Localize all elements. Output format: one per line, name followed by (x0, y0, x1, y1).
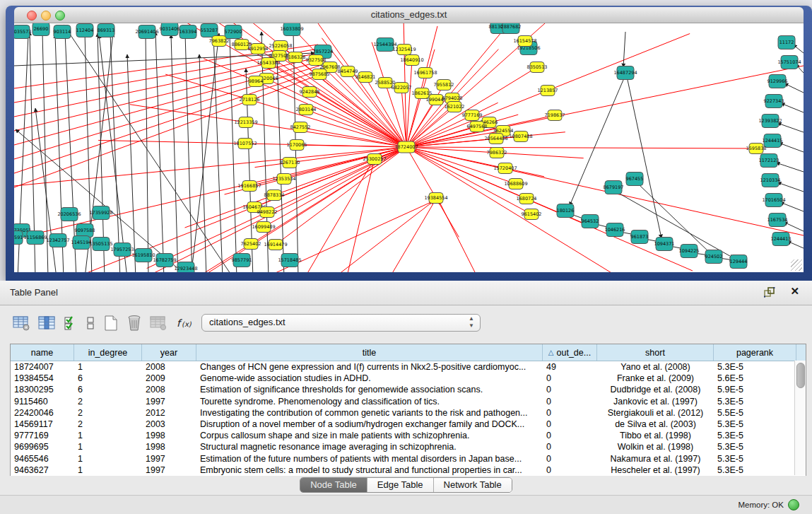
graph-node[interactable]: 1172123 (759, 154, 779, 168)
graph-node[interactable]: 7625402 (241, 239, 261, 250)
table-cell[interactable]: Stergiakouli et al. (2012) (597, 407, 714, 419)
graph-node[interactable]: 16782759 (153, 254, 176, 267)
graph-node[interactable]: 129444 (730, 255, 748, 269)
delete-column-icon[interactable] (126, 315, 142, 332)
table-cell[interactable]: Changes of HCN gene expression and I(f) … (196, 361, 543, 373)
graph-node[interactable]: 961873 (631, 230, 649, 244)
table-cell[interactable]: 5.3E-5 (714, 441, 796, 452)
table-cell[interactable]: 0 (543, 396, 597, 407)
graph-node[interactable]: 8267130 (280, 158, 300, 168)
table-cell[interactable]: 0 (543, 384, 597, 395)
table-cell[interactable]: Tourette syndrome. Phenomenology and cla… (196, 396, 543, 407)
graph-node[interactable]: 17957253 (110, 243, 134, 257)
table-cell[interactable]: Nakamura et al. (1997) (597, 453, 714, 465)
graph-node[interactable]: 9227343 (764, 95, 784, 108)
graph-node[interactable]: 9615402 (522, 209, 542, 220)
network-view-window[interactable]: citations_edges.txt 20355732669090311411… (6, 6, 812, 281)
window-titlebar[interactable]: citations_edges.txt (14, 7, 804, 23)
table-cell[interactable]: Genome-wide association studies in ADHD. (196, 373, 543, 384)
table-cell[interactable]: Franke et al. (2009) (597, 373, 714, 384)
table-cell[interactable]: 0 (543, 430, 597, 441)
table-cell[interactable]: 22420046 (11, 407, 74, 419)
graph-node[interactable]: 26690 (33, 23, 49, 36)
table-cell[interactable]: 0 (543, 419, 597, 430)
table-cell[interactable]: de Silva et al. (2003) (597, 419, 714, 430)
table-row[interactable]: 1938455462009Genome-wide association stu… (11, 373, 806, 384)
table-cell[interactable]: Estimation of significance thresholds fo… (196, 384, 543, 395)
graph-node[interactable]: 8679197 (604, 181, 624, 194)
column-header-name[interactable]: name (11, 344, 74, 361)
graph-node[interactable]: 8186328 (286, 52, 306, 63)
table-cell[interactable]: 2012 (142, 407, 196, 419)
table-row[interactable]: 946554611997Estimation of the future num… (11, 453, 806, 465)
graph-node[interactable]: 9097588 (75, 224, 95, 238)
table-cell[interactable]: 2 (74, 407, 142, 419)
table-cell[interactable]: Jankovic et al. (1997) (597, 396, 714, 407)
column-header-pagerank[interactable]: pagerank (714, 344, 796, 361)
graph-node[interactable]: 9146821 (355, 72, 376, 83)
graph-node[interactable]: 1621022 (445, 102, 465, 112)
table-cell[interactable]: 19384554 (11, 373, 74, 384)
table-cell[interactable]: Yano et al. (2008) (597, 361, 714, 373)
graph-node[interactable]: 7955812 (434, 80, 454, 90)
graph-node[interactable]: 9498222 (257, 207, 278, 218)
table-cell[interactable]: Embryonic stem cells: a model to study s… (196, 465, 543, 476)
table-cell[interactable]: 1 (74, 361, 142, 373)
graph-node[interactable]: 6497568 (467, 122, 488, 132)
table-cell[interactable]: 1998 (142, 441, 196, 452)
graph-node[interactable]: 98964 (249, 76, 264, 87)
table-cell[interactable]: 14569117 (11, 419, 74, 430)
tab-node-table[interactable]: Node Table (300, 478, 367, 492)
node-table[interactable]: namein_degreeyeartitle△out_de...shortpag… (10, 344, 806, 476)
table-cell[interactable]: 5.5E-5 (714, 407, 796, 419)
table-cell[interactable]: Disruption of a novel member of a sodium… (196, 419, 543, 430)
graph-node[interactable]: 9777169 (462, 110, 483, 121)
graph-node[interactable]: 8912954 (248, 44, 269, 54)
graph-node[interactable]: 8878334 (264, 190, 285, 201)
graph-node[interactable]: 18724007 (394, 141, 418, 153)
new-column-icon[interactable] (103, 315, 119, 332)
graph-node[interactable]: 6822057 (392, 83, 412, 93)
memory-ok-indicator[interactable] (788, 499, 799, 510)
graph-node[interactable]: 11172 (778, 36, 795, 49)
graph-node[interactable]: 903114 (54, 25, 71, 39)
graph-node[interactable]: 112404 (76, 24, 94, 37)
graph-node[interactable]: 1170065 (287, 140, 307, 151)
table-cell[interactable]: 2008 (142, 361, 196, 373)
graph-node[interactable]: 16033809 (280, 23, 303, 36)
table-select-dropdown[interactable]: citations_edges.txt ▲▼ (201, 314, 481, 332)
graph-node[interactable]: 1094225 (679, 245, 700, 258)
graph-node[interactable]: 391591 (14, 231, 23, 245)
table-cell[interactable]: 2009 (142, 373, 196, 384)
table-cell[interactable]: 2 (74, 419, 142, 430)
table-cell[interactable]: Dudbridge et al. (2008) (597, 384, 714, 395)
table-cell[interactable]: 6 (74, 373, 142, 384)
table-cell[interactable]: 5.3E-5 (714, 465, 796, 476)
table-cell[interactable]: Tibbo et al. (1998) (597, 430, 714, 441)
graph-node[interactable]: 1213857 (538, 86, 558, 96)
table-cell[interactable]: 2 (74, 396, 142, 407)
table-row[interactable]: 969969511998Structural magnetic resonanc… (11, 441, 806, 452)
select-columns-icon[interactable] (64, 315, 78, 331)
delete-table-icon[interactable] (150, 315, 167, 331)
table-cell[interactable]: 9777169 (11, 430, 74, 441)
graph-node[interactable]: 16195810 (131, 249, 155, 262)
table-cell[interactable]: 9699695 (11, 441, 74, 452)
graph-node[interactable]: 8427552 (290, 122, 311, 133)
network-canvas[interactable]: 2035573266909031141124048693132069140690… (14, 23, 804, 272)
column-header-title[interactable]: title (196, 344, 543, 361)
table-cell[interactable]: 1 (74, 453, 142, 465)
graph-node[interactable]: 7986322 (487, 148, 507, 158)
table-cell[interactable]: 5.3E-5 (714, 419, 796, 430)
table-row[interactable]: 1456911722003Disruption of a novel membe… (11, 419, 806, 430)
table-cell[interactable]: Hescheler et al. (1997) (597, 465, 714, 476)
graph-node[interactable]: 12342757 (46, 234, 69, 247)
graph-node[interactable]: 20691406 (135, 25, 158, 39)
scrollbar-thumb[interactable] (796, 363, 805, 388)
table-row[interactable]: 911546021997Tourette syndrome. Phenomeno… (11, 396, 806, 407)
graph-node[interactable]: 869313 (98, 24, 115, 37)
table-cell[interactable]: 49 (543, 361, 597, 373)
table-cell[interactable]: 0 (543, 373, 597, 384)
graph-node[interactable]: 180126 (557, 204, 575, 218)
table-cell[interactable]: 2003 (142, 419, 196, 430)
